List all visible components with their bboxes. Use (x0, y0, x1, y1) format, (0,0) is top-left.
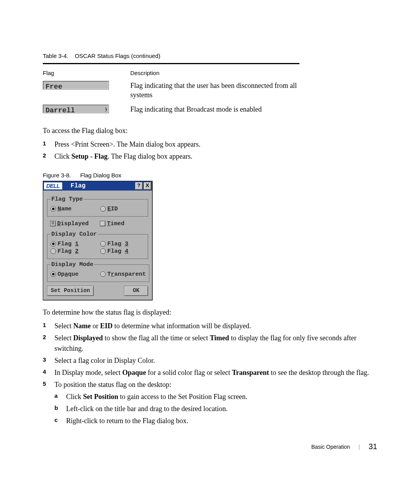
help-button[interactable]: ? (135, 182, 143, 190)
access-lead: To access the Flag dialog box: (43, 126, 377, 136)
list-item: 3 Select a flag color in Display Color. (43, 355, 377, 366)
radio-opaque[interactable]: Opaque (51, 271, 89, 278)
list-item: 4 In Display mode, select Opaque for a s… (43, 368, 377, 378)
th-flag: Flag (43, 70, 130, 80)
list-item: 5 To position the status flag on the des… (43, 380, 377, 426)
radio-icon (100, 248, 106, 254)
list-item: 1 Select Name or EID to determine what i… (43, 321, 377, 331)
radio-icon (100, 271, 106, 277)
radio-icon (100, 206, 106, 212)
determine-steps: 1 Select Name or EID to determine what i… (43, 321, 377, 426)
group-display-mode: Display Mode Opaque Transparent (47, 261, 149, 282)
radio-flag-2[interactable]: Flag 2 (51, 248, 89, 255)
flag-dialog: DELL Flag ? X Flag Type Name EID (43, 181, 152, 300)
table-caption: Table 3-4. OSCAR Status Flags (continued… (43, 52, 377, 59)
table-row: Free Flag indicating that the user has b… (43, 80, 299, 104)
legend-display-mode: Display Mode (51, 261, 94, 268)
radio-icon (51, 248, 56, 254)
list-item: 1 Press <Print Screen>. The Main dialog … (43, 139, 377, 150)
radio-icon (51, 271, 56, 277)
checkbox-icon (100, 221, 105, 226)
radio-icon (100, 241, 106, 247)
substeps: a Click Set Position to gain access to t… (54, 392, 377, 426)
dialog-titlebar[interactable]: DELL Flag ? X (43, 181, 152, 191)
checkbox-icon: ⊡ (50, 221, 56, 226)
footer-separator: | (359, 444, 360, 450)
dell-logo: DELL (44, 182, 62, 189)
set-position-button[interactable]: Set Position (47, 286, 94, 296)
radio-flag-3[interactable]: Flag 3 (100, 241, 139, 247)
radio-flag-1[interactable]: Flag 1 (51, 241, 89, 247)
determine-lead: To determine how the status flag is disp… (43, 307, 377, 318)
legend-flag-type: Flag Type (51, 196, 84, 203)
close-button[interactable]: X (144, 182, 151, 190)
legend-display-color: Display Color (51, 231, 98, 238)
flag-table: Flag Description Free Flag indicating th… (43, 70, 299, 119)
group-flag-type: Flag Type Name EID (47, 196, 148, 217)
list-item: a Click Set Position to gain access to t… (54, 392, 377, 402)
dialog-title: Flag (63, 182, 135, 189)
group-display-color: Display Color Flag 1 Flag 3 Flag 2 (47, 231, 148, 259)
check-displayed[interactable]: ⊡ Displayed (50, 220, 89, 227)
radio-icon (51, 206, 56, 212)
figure-number: Figure 3-8. (43, 172, 79, 178)
row-desc: Flag indicating that the user has been d… (130, 80, 299, 104)
check-timed[interactable]: Timed (100, 220, 139, 227)
th-desc: Description (130, 70, 299, 80)
radio-transparent[interactable]: Transparent (100, 271, 146, 278)
page-number: 31 (369, 442, 377, 451)
ok-button[interactable]: OK (124, 286, 148, 296)
figure-caption: Figure 3-8. Flag Dialog Box (43, 172, 377, 178)
table-number: Table 3-4. (43, 52, 73, 59)
figure-title: Flag Dialog Box (80, 172, 121, 178)
list-item: 2 Select Displayed to show the flag all … (43, 333, 377, 354)
table-row: Darrell ⦒ Flag indicating that Broadcast… (43, 104, 299, 119)
table-rule (43, 63, 299, 64)
page-footer: Basic Operation | 31 (312, 442, 378, 451)
list-item: 2 Click Setup - Flag. The Flag dialog bo… (43, 151, 377, 162)
broadcast-icon: ⦒ (105, 106, 107, 113)
flag-chip-free: Free (43, 81, 109, 89)
radio-icon (51, 241, 56, 247)
flag-chip-darrell: Darrell ⦒ (43, 105, 109, 113)
list-item: b Left-click on the title bar and drag t… (54, 404, 377, 414)
footer-section: Basic Operation (312, 444, 350, 450)
radio-flag-4[interactable]: Flag 4 (100, 248, 139, 255)
radio-name[interactable]: Name (51, 206, 89, 212)
access-steps: 1 Press <Print Screen>. The Main dialog … (43, 139, 377, 162)
row-desc: Flag indicating that Broadcast mode is e… (130, 104, 299, 119)
radio-eid[interactable]: EID (100, 206, 139, 212)
table-title: OSCAR Status Flags (continued) (75, 52, 160, 59)
list-item: c Right-click to return to the Flag dial… (54, 416, 377, 426)
